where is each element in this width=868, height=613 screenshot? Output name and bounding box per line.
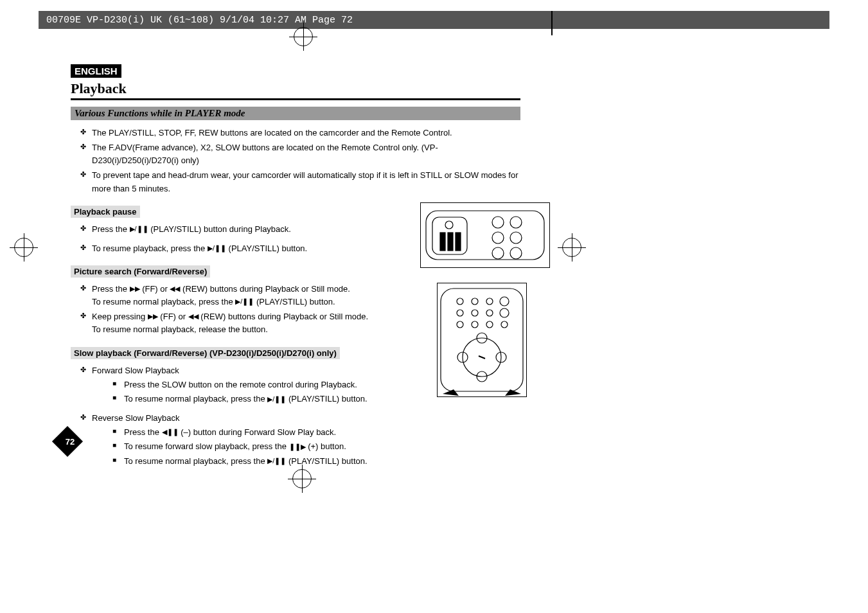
language-badge: ENGLISH — [71, 64, 121, 78]
svg-point-14 — [486, 298, 493, 305]
svg-point-20 — [457, 321, 463, 328]
page-content: ENGLISH Playback Various Functions while… — [71, 64, 520, 477]
slow-reverse-icon: ◀❚❚ — [162, 427, 179, 438]
search-heading: Picture search (Forward/Reverse) — [71, 265, 210, 278]
play-pause-icon: ▶/❚❚ — [208, 243, 226, 254]
svg-point-9 — [510, 232, 522, 244]
ff-icon: ▶▶ — [148, 311, 158, 322]
sub-item: Press the SLOW button on the remote cont… — [112, 378, 414, 391]
play-pause-icon: ▶/❚❚ — [130, 224, 148, 235]
svg-point-18 — [486, 310, 493, 316]
svg-point-22 — [486, 321, 493, 328]
list-item: Press the ▶▶ (FF) or ◀◀ (REW) buttons du… — [80, 283, 395, 308]
svg-point-19 — [500, 308, 509, 317]
slow-heading: Slow playback (Forward/Reverse) (VP-D230… — [71, 347, 340, 359]
sub-item: To resume normal playback, press the ▶/❚… — [112, 455, 414, 468]
slow-forward-icon: ❚❚▶ — [289, 441, 306, 452]
list-item: Press the ▶/❚❚ (PLAY/STILL) button durin… — [80, 223, 389, 236]
svg-rect-5 — [456, 233, 461, 251]
svg-marker-30 — [505, 389, 521, 396]
search-list: Press the ▶▶ (FF) or ◀◀ (REW) buttons du… — [71, 283, 395, 337]
crop-header: 00709E VP-D230(i) UK (61~108) 9/1/04 10:… — [39, 11, 829, 29]
svg-point-13 — [472, 298, 478, 305]
svg-point-7 — [510, 217, 522, 228]
play-pause-icon: ▶/❚❚ — [235, 296, 254, 307]
rew-icon: ◀◀ — [170, 283, 180, 294]
crop-mark — [551, 11, 553, 35]
list-item: To resume playback, press the ▶/❚❚ (PLAY… — [80, 242, 389, 255]
slow-list: Forward Slow Playback Press the SLOW but… — [71, 364, 414, 468]
sub-item: To resume forward slow playback, press t… — [112, 440, 414, 453]
page-number: 72 — [59, 432, 81, 447]
divider — [71, 98, 520, 100]
crop-header-text: 00709E VP-D230(i) UK (61~108) 9/1/04 10:… — [46, 15, 353, 26]
svg-marker-29 — [443, 389, 459, 396]
remote-icon — [438, 283, 526, 396]
svg-point-21 — [472, 321, 478, 328]
list-item: To prevent tape and head-drum wear, your… — [80, 169, 520, 195]
page-title: Playback — [71, 80, 520, 97]
svg-point-23 — [501, 321, 508, 328]
list-item: The F.ADV(Frame advance), X2, SLOW butto… — [80, 141, 520, 167]
play-pause-icon: ▶/❚❚ — [267, 456, 286, 466]
section-heading: Various Functions while in PLAYER mode — [71, 107, 520, 120]
intro-list: The PLAY/STILL, STOP, FF, REW buttons ar… — [71, 127, 520, 195]
svg-point-15 — [500, 297, 509, 306]
svg-point-2 — [445, 221, 453, 229]
svg-point-12 — [457, 298, 463, 305]
svg-point-10 — [492, 247, 504, 259]
svg-rect-4 — [448, 233, 453, 251]
svg-point-11 — [510, 247, 522, 259]
rev-sublist: Press the ◀❚❚ (–) button during Forward … — [92, 426, 414, 468]
sub-item: To resume normal playback, press the ▶/❚… — [112, 393, 414, 405]
svg-point-16 — [457, 310, 463, 316]
rew-icon: ◀◀ — [188, 311, 199, 322]
list-item: The PLAY/STILL, STOP, FF, REW buttons ar… — [80, 127, 520, 139]
svg-rect-3 — [440, 233, 445, 251]
fwd-sublist: Press the SLOW button on the remote cont… — [92, 378, 414, 405]
list-item: Keep pressing ▶▶ (FF) or ◀◀ (REW) button… — [80, 310, 395, 336]
ff-icon: ▶▶ — [130, 283, 140, 294]
svg-point-8 — [492, 232, 504, 244]
sub-item: Press the ◀❚❚ (–) button during Forward … — [112, 426, 414, 439]
registration-mark-icon — [294, 27, 313, 46]
registration-mark-icon — [14, 238, 33, 257]
camcorder-figure — [420, 202, 550, 268]
camcorder-icon — [421, 203, 549, 267]
play-pause-icon: ▶/❚❚ — [267, 394, 286, 405]
pause-list: Press the ▶/❚❚ (PLAY/STILL) button durin… — [71, 223, 389, 255]
registration-mark-icon — [562, 238, 581, 257]
svg-point-17 — [472, 310, 478, 316]
list-item: Reverse Slow Playback Press the ◀❚❚ (–) … — [80, 412, 414, 468]
pause-heading: Playback pause — [71, 206, 140, 218]
svg-point-6 — [492, 217, 504, 228]
remote-figure — [437, 283, 527, 397]
list-item: Forward Slow Playback Press the SLOW but… — [80, 364, 414, 405]
